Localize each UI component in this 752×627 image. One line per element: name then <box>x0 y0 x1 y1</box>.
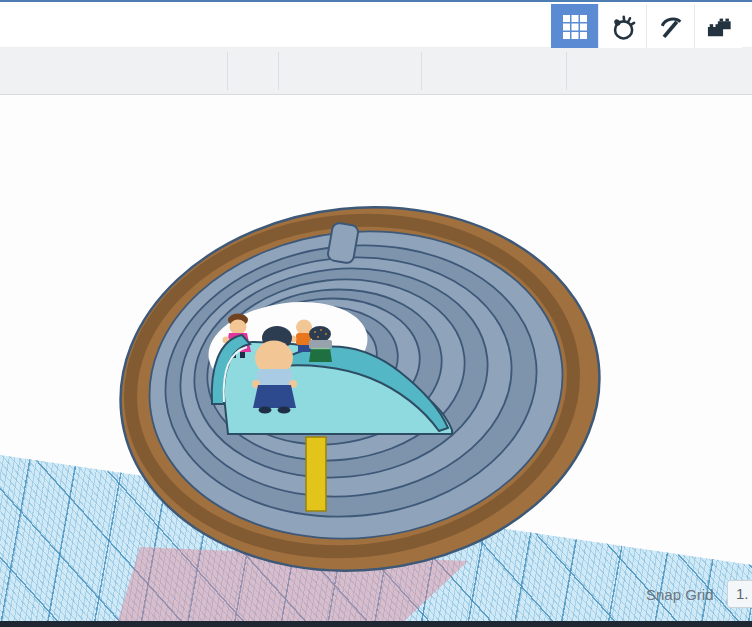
grid-3x3-icon <box>562 14 588 40</box>
snap-grid-label: Snap Grid <box>646 586 714 603</box>
snap-grid-select[interactable]: 1. <box>727 580 752 608</box>
bricks-icon <box>705 13 733 41</box>
viewport-3d[interactable]: Snap Grid 1. <box>0 95 752 627</box>
model-scene <box>0 95 752 627</box>
toolbar-separator <box>227 52 228 90</box>
top-bar <box>0 0 752 48</box>
toolbar-separator <box>421 52 422 90</box>
pickaxe-icon <box>657 13 685 41</box>
tab-bricks[interactable] <box>694 4 742 50</box>
support-pole[interactable] <box>306 437 326 511</box>
app-mode-tabs <box>551 4 742 50</box>
bottom-edge-bar <box>0 621 752 627</box>
tab-minecraft[interactable] <box>646 4 694 50</box>
tinkercad-window: { "topbar": { "tabs": [ {"name": "3d-des… <box>0 0 752 627</box>
design-toolbar: Import Export <box>0 48 752 95</box>
circuits-icon <box>609 13 637 41</box>
tab-circuits[interactable] <box>598 4 646 50</box>
toolbar-separator <box>278 52 279 90</box>
figure-green-base[interactable] <box>309 326 332 362</box>
toolbar-separator <box>566 52 567 90</box>
tab-3d-design[interactable] <box>551 4 598 50</box>
